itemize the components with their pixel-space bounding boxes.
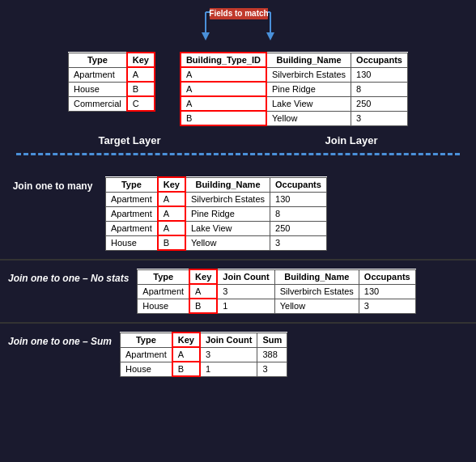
col-type: Type: [106, 177, 158, 192]
join-one-to-one-sum-table-wrapper: Type Key Join Count Sum Apartment A 3 38…: [120, 332, 468, 377]
table-row: Apartment A Silverbirch Estates 130: [106, 192, 327, 206]
join-one-to-many-label: Join one to many: [8, 176, 97, 193]
join-one-to-many-table: Type Key Building_Name Occupants Apartme…: [105, 176, 327, 251]
col-bname: Building_Name: [185, 177, 270, 192]
cell-key: A: [127, 67, 155, 82]
table-row: House B 1 Yellow 3: [138, 299, 415, 313]
cell-key: C: [127, 96, 155, 111]
table-row: A Pine Ridge 8: [181, 82, 408, 96]
cell-type: Commercial: [69, 96, 127, 111]
join-one-to-one-no-stats-table-wrapper: Type Key Join Count Building_Name Occupa…: [137, 269, 468, 314]
svg-marker-3: [266, 32, 274, 40]
join-one-to-one-no-stats-label: Join one to one – No stats: [8, 269, 129, 286]
svg-text:Fields to match: Fields to match: [209, 9, 268, 18]
cell-count: 3: [217, 284, 274, 299]
cell-key: B: [172, 362, 200, 376]
cell-key: A: [172, 347, 200, 362]
join-table: Building_Type_ID Building_Name Occupants…: [180, 52, 408, 126]
cell-name: Lake View: [266, 96, 351, 111]
cell-occ: 3: [359, 299, 415, 313]
cell-name: Silverbirch Estates: [266, 67, 351, 82]
cell-type: Apartment: [106, 221, 158, 235]
join-one-to-many-block: Join one to many Type Key Building_Name …: [0, 168, 476, 259]
col-key: Key: [189, 269, 217, 284]
arrow-area: Fields to match: [157, 8, 319, 49]
col-occ: Occupants: [270, 177, 327, 192]
dashed-divider: [16, 153, 460, 155]
cell-occ: 130: [270, 192, 327, 206]
cell-sum: 3: [257, 362, 287, 376]
col-occ: Occupants: [359, 269, 415, 284]
table-row: Apartment A Pine Ridge 8: [106, 206, 327, 221]
cell-type: Apartment: [121, 347, 172, 362]
table-row: Apartment A 3 388: [121, 347, 287, 362]
join-one-to-one-no-stats-table: Type Key Join Count Building_Name Occupa…: [137, 269, 415, 314]
table-row: Apartment A Lake View 250: [106, 221, 327, 235]
cell-name: Yellow: [274, 299, 359, 313]
table-row: Apartment A 3 Silverbirch Estates 130: [138, 284, 415, 299]
cell-sum: 388: [257, 347, 287, 362]
cell-occ: 8: [270, 206, 327, 221]
cell-btid: B: [181, 111, 266, 125]
cell-key: A: [158, 192, 185, 206]
table-row: A Silverbirch Estates 130: [181, 67, 408, 82]
cell-type: Apartment: [138, 284, 189, 299]
cell-type: House: [106, 235, 158, 250]
cell-type: Apartment: [69, 67, 127, 82]
cell-count: 1: [217, 299, 274, 313]
tables-row: Type Key Apartment A House B Commercial …: [68, 52, 408, 126]
col-count: Join Count: [217, 269, 274, 284]
bottom-section: Join one to many Type Key Building_Name …: [0, 168, 476, 385]
cell-key: B: [189, 299, 217, 313]
table-row: Apartment A: [69, 67, 155, 82]
cell-key: B: [158, 235, 185, 250]
col-type: Type: [69, 53, 127, 67]
col-btid: Building_Type_ID: [181, 53, 266, 67]
cell-name: Lake View: [185, 221, 270, 235]
fields-to-match-arrow: Fields to match: [157, 8, 319, 49]
cell-type: Apartment: [106, 192, 158, 206]
join-one-to-many-table-wrapper: Type Key Building_Name Occupants Apartme…: [105, 176, 468, 251]
cell-occ: 250: [351, 96, 408, 111]
col-key: Key: [158, 177, 185, 192]
cell-count: 3: [200, 347, 257, 362]
target-layer-label: Target Layer: [90, 133, 168, 148]
cell-occ: 130: [359, 284, 415, 299]
cell-type: House: [138, 299, 189, 313]
join-layer-label: Join Layer: [317, 133, 385, 148]
table-row: A Lake View 250: [181, 96, 408, 111]
cell-occ: 250: [270, 221, 327, 235]
cell-type: House: [121, 362, 172, 376]
cell-key: B: [127, 82, 155, 96]
top-section: Fields to match Type Key Apartment A Hou…: [0, 0, 476, 168]
col-bname: Building_Name: [274, 269, 359, 284]
cell-btid: A: [181, 82, 266, 96]
cell-key: A: [158, 206, 185, 221]
cell-btid: A: [181, 67, 266, 82]
svg-marker-1: [202, 32, 210, 40]
col-key: Key: [172, 333, 200, 347]
cell-btid: A: [181, 96, 266, 111]
cell-type: Apartment: [106, 206, 158, 221]
cell-key: A: [158, 221, 185, 235]
col-count: Join Count: [200, 333, 257, 347]
col-type: Type: [121, 333, 172, 347]
cell-occ: 3: [270, 235, 327, 250]
table-row: B Yellow 3: [181, 111, 408, 125]
col-type: Type: [138, 269, 189, 284]
cell-name: Yellow: [266, 111, 351, 125]
table-row: House B Yellow 3: [106, 235, 327, 250]
target-table: Type Key Apartment A House B Commercial …: [68, 52, 155, 112]
cell-occ: 130: [351, 67, 408, 82]
col-occ: Occupants: [351, 53, 408, 67]
join-one-to-one-sum-block: Join one to one – Sum Type Key Join Coun…: [0, 324, 476, 385]
cell-name: Pine Ridge: [266, 82, 351, 96]
table-row: House B 1 3: [121, 362, 287, 376]
table-row: Commercial C: [69, 96, 155, 111]
cell-name: Yellow: [185, 235, 270, 250]
cell-key: A: [189, 284, 217, 299]
cell-name: Silverbirch Estates: [185, 192, 270, 206]
cell-type: House: [69, 82, 127, 96]
col-bname: Building_Name: [266, 53, 351, 67]
cell-name: Silverbirch Estates: [274, 284, 359, 299]
